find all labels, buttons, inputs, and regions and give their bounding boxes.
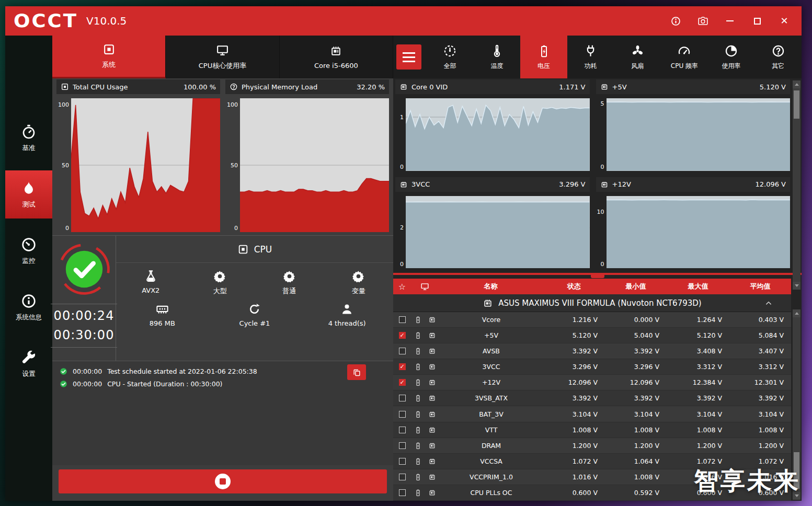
scroll-down-icon[interactable] xyxy=(793,282,800,290)
tab-core-i5-6600[interactable]: Core i5-6600 xyxy=(280,36,393,78)
table-row[interactable]: 3VSB_ATX 3.392 V 3.392 V 3.392 V 3.392 V xyxy=(393,390,791,406)
menu-button[interactable] xyxy=(396,44,421,70)
sensor-status: 3.296 V xyxy=(543,363,605,371)
test-option-mode[interactable]: 普通 xyxy=(258,269,321,296)
core0-vid-value: 1.171 V xyxy=(559,83,585,91)
filter-all[interactable]: 全部 xyxy=(427,36,474,78)
maximize-button[interactable] xyxy=(748,12,766,30)
sensor-name: VTT xyxy=(439,426,543,434)
column-name[interactable]: 名称 xyxy=(438,282,543,291)
app-logo: OCCT xyxy=(14,10,78,32)
tab-system[interactable]: 系统 xyxy=(52,36,166,78)
app-version: V10.0.5 xyxy=(86,15,127,27)
filter-usage[interactable]: 使用率 xyxy=(708,36,755,78)
table-row[interactable]: AVSB 3.392 V 3.392 V 3.408 V 3.407 V xyxy=(393,343,791,359)
filter-fan[interactable]: 风扇 xyxy=(614,36,661,78)
row-checkbox[interactable] xyxy=(399,474,406,480)
sensor-avg: 3.312 V xyxy=(729,363,791,371)
splitter-handle[interactable] xyxy=(393,271,802,279)
test-option-instruction-set[interactable]: AVX2 xyxy=(119,269,182,296)
test-option-data-set[interactable]: 大型 xyxy=(189,269,251,296)
sensor-chip-icon xyxy=(428,394,436,402)
thermometer-icon xyxy=(490,44,504,58)
cpu-usage-chart: Total CPU Usage 100.00 % 100500 xyxy=(56,79,220,232)
row-checkbox[interactable] xyxy=(399,332,406,339)
filter-other[interactable]: 其它 xyxy=(754,36,802,78)
row-checkbox[interactable] xyxy=(399,395,406,401)
table-row[interactable]: +5V 5.120 V 5.040 V 5.120 V 5.084 V xyxy=(393,328,791,343)
test-option-load-type[interactable]: 变量 xyxy=(327,269,390,296)
scrollbar-thumb[interactable] xyxy=(794,90,799,119)
test-thread-count: 4 thread(s) xyxy=(316,302,379,327)
elapsed-time: 00:00:24 xyxy=(54,306,115,326)
filter-power[interactable]: 功耗 xyxy=(567,36,614,78)
plus12v-plot xyxy=(607,196,791,269)
sensor-group-header[interactable]: ASUS MAXIMUS VIII FORMULA (Nuvoton NCT67… xyxy=(393,294,791,312)
sensor-chip-icon xyxy=(399,83,408,91)
row-checkbox[interactable] xyxy=(399,316,406,323)
row-checkbox[interactable] xyxy=(399,427,406,433)
scroll-up-icon[interactable] xyxy=(793,309,800,317)
monitor-icon xyxy=(216,44,229,57)
test-timer: 00:00:24 00:30:00 xyxy=(51,304,118,348)
all-sensors-icon xyxy=(443,44,457,58)
row-checkbox[interactable] xyxy=(399,379,406,386)
table-row[interactable]: VTT 1.008 V 1.008 V 1.008 V 1.008 V xyxy=(393,422,791,438)
plus12v-value: 12.096 V xyxy=(755,180,786,188)
charts-scrollbar[interactable] xyxy=(793,80,800,290)
sidebar-item-settings[interactable]: 设置 xyxy=(5,340,52,388)
close-button[interactable]: ✕ xyxy=(775,12,793,30)
minimize-button[interactable] xyxy=(721,12,739,30)
sensor-chip-icon xyxy=(483,298,493,308)
sensor-min: 1.200 V xyxy=(605,442,667,450)
table-row[interactable]: DRAM 1.200 V 1.200 V 1.200 V 1.200 V xyxy=(393,438,791,454)
tab-cpu-core-usage[interactable]: CPU核心使用率 xyxy=(166,36,279,78)
row-checkbox[interactable] xyxy=(399,458,406,465)
column-max[interactable]: 最大值 xyxy=(667,282,729,291)
gear-icon xyxy=(282,269,296,283)
sensor-chip-icon xyxy=(428,457,436,465)
row-checkbox[interactable] xyxy=(399,363,406,370)
table-row[interactable]: BAT_3V 3.104 V 3.104 V 3.104 V 3.104 V xyxy=(393,406,791,422)
threads-icon xyxy=(340,302,354,316)
sensor-max: 3.392 V xyxy=(667,394,729,402)
sensor-name: 3VCC xyxy=(439,363,543,371)
y-axis-labels: 10 xyxy=(395,98,406,171)
chevron-up-icon[interactable] xyxy=(764,298,773,308)
sensor-chip-icon xyxy=(428,426,436,434)
table-row[interactable]: Vcore 1.216 V 0.000 V 1.264 V 0.403 V xyxy=(393,312,791,328)
row-checkbox[interactable] xyxy=(399,411,406,418)
filter-voltage[interactable]: 电压 xyxy=(520,36,567,78)
sidebar-item-benchmark[interactable]: 基准 xyxy=(5,114,52,162)
about-info-icon[interactable] xyxy=(667,12,684,30)
sidebar-item-test[interactable]: 测试 xyxy=(5,170,52,218)
column-avg[interactable]: 平均值 xyxy=(729,282,791,291)
table-row[interactable]: +12V 12.096 V 12.096 V 12.384 V 12.301 V xyxy=(393,375,791,390)
sensor-min: 0.592 V xyxy=(605,489,667,497)
log-entry: 00:00:00 CPU - Started (Duration : 00:30… xyxy=(60,380,386,388)
filter-temperature[interactable]: 温度 xyxy=(474,36,521,78)
sidebar-item-monitoring[interactable]: 监控 xyxy=(5,227,52,275)
voltage-icon xyxy=(414,394,422,402)
flask-icon xyxy=(144,269,158,283)
sidebar-item-system-info[interactable]: 系统信息 xyxy=(5,283,52,331)
stop-test-button[interactable] xyxy=(59,469,387,493)
screenshot-camera-icon[interactable] xyxy=(694,12,712,30)
test-memory-amount: 896 MB xyxy=(131,302,193,327)
filter-cpu-frequency[interactable]: CPU 频率 xyxy=(661,36,708,78)
sensor-chip-icon xyxy=(428,316,436,324)
sensor-status: 5.120 V xyxy=(543,331,605,339)
row-checkbox[interactable] xyxy=(399,442,406,449)
row-checkbox[interactable] xyxy=(399,348,406,354)
column-min[interactable]: 最小值 xyxy=(605,282,667,291)
copy-log-button[interactable] xyxy=(347,364,366,380)
sensor-min: 1.008 V xyxy=(605,426,667,434)
table-row[interactable]: 3VCC 3.296 V 3.296 V 3.312 V 3.312 V xyxy=(393,359,791,375)
sensor-status: 12.096 V xyxy=(543,378,605,386)
sensor-avg: 5.084 V xyxy=(729,331,791,339)
column-status[interactable]: 状态 xyxy=(543,282,605,291)
scroll-up-icon[interactable] xyxy=(793,80,800,88)
favorite-star-icon[interactable]: ☆ xyxy=(393,282,411,292)
sensor-max: 5.120 V xyxy=(667,331,729,339)
row-checkbox[interactable] xyxy=(399,489,406,496)
